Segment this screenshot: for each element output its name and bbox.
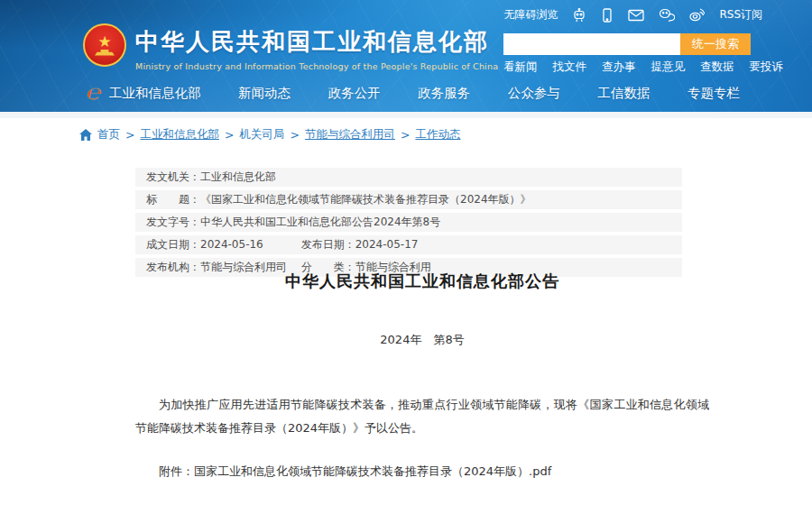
- nav-items: 工业和信息化部 新闻动态 政务公开 政务服务 公众参与 工信数据 专题专栏: [109, 85, 740, 102]
- announcement-article: 中华人民共和国工业和信息化部公告 2024年 第8号 为加快推广应用先进适用节能…: [135, 271, 709, 505]
- accessibility-link[interactable]: 无障碍浏览: [503, 7, 558, 23]
- announcement-paragraph: 为加快推广应用先进适用节能降碳技术装备，推动重点行业领域节能降碳，现将《国家工业…: [135, 393, 709, 440]
- nav-item-data[interactable]: 工信数据: [597, 85, 650, 102]
- crumb-work-trends[interactable]: 工作动态: [415, 127, 460, 142]
- announcement-title: 中华人民共和国工业和信息化部公告: [135, 271, 709, 292]
- home-icon[interactable]: [79, 129, 92, 141]
- meta-row-dates: 成文日期：2024-05-16 发布日期：2024-05-17: [135, 235, 682, 254]
- search-box: 统一搜索: [503, 33, 751, 55]
- crumb-separator: >: [290, 128, 299, 142]
- nav-item-news[interactable]: 新闻动态: [238, 85, 291, 102]
- meta-label: 发文字号：: [146, 216, 200, 228]
- crumb-separator: >: [401, 128, 410, 142]
- site-title-cn: 中华人民共和国工业和信息化部: [135, 26, 498, 58]
- quick-links: 看新闻 找文件 查办事 提意见 查数据 要投诉: [503, 60, 783, 75]
- meta-value: 中华人民共和国工业和信息化部公告2024年第8号: [200, 216, 440, 228]
- robot-icon[interactable]: [572, 8, 586, 23]
- quick-link-complaint[interactable]: 要投诉: [750, 60, 784, 75]
- quick-link-news[interactable]: 看新闻: [503, 60, 538, 75]
- quick-link-data[interactable]: 查数据: [700, 60, 734, 75]
- document-meta-table: 发文机关：工业和信息化部 标 题：《国家工业和信息化领域节能降碳技术装备推荐目录…: [135, 168, 682, 280]
- meta-label: 发文机关：: [146, 170, 200, 183]
- breadcrumb: 首页 > 工业和信息化部 > 机关司局 > 节能与综合利用司 > 工作动态: [79, 127, 460, 142]
- header-divider: [0, 112, 812, 118]
- mobile-icon[interactable]: [601, 8, 614, 23]
- wechat-icon[interactable]: [659, 8, 675, 22]
- crumb-separator: >: [225, 128, 234, 142]
- header-banner: 无障碍浏览: [0, 0, 812, 112]
- meta-label: 标 题：: [146, 193, 200, 206]
- crumb-energy-dept[interactable]: 节能与综合利用司: [305, 127, 395, 142]
- nav-item-gov-services[interactable]: 政务服务: [418, 85, 470, 102]
- attachment-link[interactable]: 附件：国家工业和信息化领域节能降碳技术装备推荐目录（2024年版）.pdf: [135, 464, 709, 480]
- meta-row-doc-number: 发文字号：中华人民共和国工业和信息化部公告2024年第8号: [135, 213, 682, 232]
- national-emblem: ★: [83, 23, 126, 67]
- nav-item-topics[interactable]: 专题专栏: [687, 85, 740, 102]
- meta-label: 发布日期：: [301, 238, 355, 251]
- unified-search-button[interactable]: 统一搜索: [680, 33, 751, 55]
- search-input[interactable]: [503, 33, 680, 55]
- nav-item-gov-affairs[interactable]: 政务公开: [328, 85, 381, 102]
- crumb-home[interactable]: 首页: [97, 127, 120, 142]
- nav-item-public[interactable]: 公众参与: [508, 85, 560, 102]
- quick-link-files[interactable]: 找文件: [553, 60, 587, 75]
- site-title-en: Ministry of Industry and Information Tec…: [135, 61, 498, 71]
- meta-row-title: 标 题：《国家工业和信息化领域节能降碳技术装备推荐目录（2024年版）》: [135, 190, 682, 209]
- utility-topbar: 无障碍浏览: [503, 7, 762, 23]
- signature-block: 工业和信息化部 2024年5月16日: [135, 501, 709, 505]
- meta-label: 成文日期：: [146, 238, 200, 251]
- miit-gov-page: 无障碍浏览: [0, 0, 812, 505]
- rss-link[interactable]: RSS订阅: [719, 7, 762, 23]
- signature-org: 工业和信息化部: [135, 501, 671, 505]
- crumb-miit[interactable]: 工业和信息化部: [140, 127, 219, 142]
- miit-e-logo-icon[interactable]: ℮: [86, 83, 109, 103]
- meta-value: 2024-05-16: [200, 238, 263, 251]
- emblem-star-icon: ★: [97, 35, 111, 48]
- announcement-issue-number: 2024年 第8号: [135, 332, 709, 348]
- meta-row-issuing-authority: 发文机关：工业和信息化部: [135, 168, 682, 187]
- meta-value: 工业和信息化部: [200, 170, 276, 183]
- weibo-icon[interactable]: [689, 8, 705, 22]
- quick-link-suggest[interactable]: 提意见: [651, 60, 686, 75]
- meta-value: 2024-05-17: [355, 238, 419, 251]
- crumb-departments[interactable]: 机关司局: [239, 127, 284, 142]
- crumb-separator: >: [125, 128, 134, 142]
- mail-icon[interactable]: [628, 9, 644, 22]
- nav-item-miit[interactable]: 工业和信息化部: [109, 85, 201, 102]
- emblem-gate-icon: [95, 50, 115, 56]
- meta-value: 《国家工业和信息化领域节能降碳技术装备推荐目录（2024年版）》: [200, 193, 531, 206]
- main-nav: ℮ 工业和信息化部 新闻动态 政务公开 政务服务 公众参与 工信数据 专题专栏: [86, 83, 740, 103]
- site-title-block: 中华人民共和国工业和信息化部 Ministry of Industry and …: [135, 26, 498, 71]
- quick-link-services[interactable]: 查办事: [602, 60, 636, 75]
